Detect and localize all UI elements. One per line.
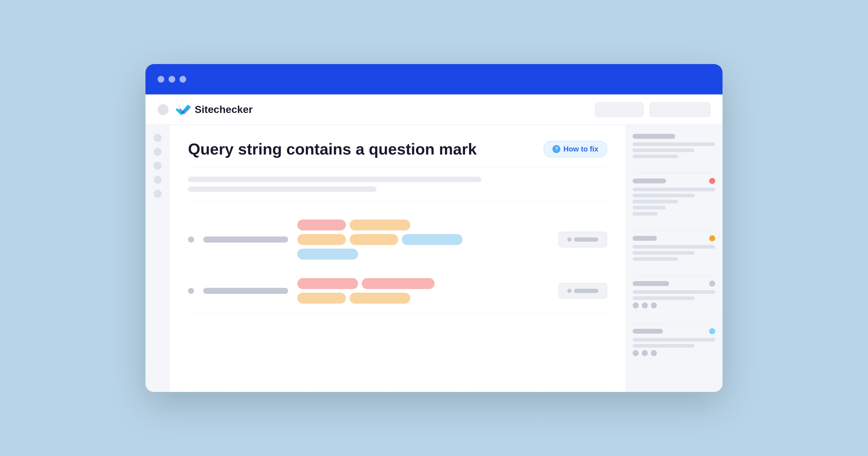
tag-orange-sm-1 [297, 234, 346, 245]
row-label-2 [203, 288, 288, 294]
rs-divider-4 [632, 323, 715, 323]
btn-line-2 [574, 289, 598, 293]
page-title: Query string contains a question mark [188, 140, 534, 158]
tag-orange-sm-2 [349, 234, 398, 245]
logo-area: Sitechecker [175, 103, 253, 116]
btn-line-1 [574, 237, 598, 242]
row-dot-1 [188, 236, 194, 242]
rs-sub-1a [632, 142, 715, 146]
how-to-fix-label: How to fix [563, 145, 598, 153]
rs-row-1 [632, 134, 715, 139]
rs-sub-2c [632, 200, 678, 203]
rs-label-5 [632, 329, 663, 334]
rs-sub-2b [632, 194, 694, 197]
right-sidebar [625, 125, 722, 392]
row-action-btn-1[interactable] [559, 232, 607, 248]
rs-dot-gray-5 [632, 350, 639, 356]
btn-dot-2 [567, 289, 571, 293]
window-dot-1 [158, 76, 164, 83]
nav-circle [158, 104, 168, 115]
rs-sub-4a [632, 290, 715, 294]
description-block [188, 177, 607, 192]
sidebar-dot-3 [154, 162, 162, 170]
rs-group-2 [632, 178, 715, 218]
row-action-btn-2[interactable] [559, 283, 607, 299]
row-tags-2 [297, 278, 550, 303]
rs-label-2 [632, 178, 666, 183]
rs-row-4 [632, 281, 715, 287]
desc-line-2 [188, 186, 377, 192]
sidebar-dot-5 [154, 190, 162, 198]
rs-sub-2a [632, 188, 715, 191]
tag-orange-md [349, 220, 410, 230]
chrome-button-2[interactable] [650, 102, 710, 117]
rs-label-4 [632, 281, 669, 286]
rs-dot-gray-7 [651, 350, 657, 356]
how-to-fix-icon: ? [553, 145, 560, 153]
title-bar [146, 64, 722, 94]
rs-divider-1 [632, 173, 715, 173]
center-content: Query string contains a question mark ? … [170, 125, 625, 392]
rs-row-3 [632, 235, 715, 241]
sidebar-dot-2 [154, 148, 162, 156]
window-dots [158, 76, 186, 83]
tag-pink-lg [362, 278, 435, 289]
rs-sub-2e [632, 212, 657, 216]
logo-text: Sitechecker [195, 103, 253, 116]
rs-row-2 [632, 178, 715, 184]
rs-sub-2d [632, 206, 666, 209]
rs-group-5 [632, 328, 715, 359]
rs-sub-5a [632, 338, 715, 341]
sidebar-dot-1 [154, 134, 162, 142]
rs-sub-3c [632, 257, 678, 261]
main-content: Query string contains a question mark ? … [146, 125, 722, 392]
btn-dot-1 [567, 237, 571, 242]
rs-dot-orange [709, 235, 715, 241]
browser-window: Sitechecker Query string contains a ques… [146, 64, 722, 392]
tag-blue-md-2 [297, 249, 358, 260]
chrome-button-1[interactable] [595, 102, 644, 117]
left-sidebar [146, 125, 170, 392]
table-section [188, 210, 607, 313]
tag-blue-md [402, 234, 463, 245]
rs-dot-gray-1 [709, 281, 715, 287]
rs-divider-3 [632, 275, 715, 276]
window-dot-3 [180, 76, 186, 83]
rs-dot-gray-4 [651, 302, 657, 308]
table-row-2 [188, 269, 607, 313]
tag-pink-sm [297, 220, 346, 230]
rs-dot-gray-3 [642, 302, 648, 308]
tag-orange-sm-3 [297, 293, 346, 303]
rs-group-1 [632, 134, 715, 161]
rs-sub-1b [632, 149, 694, 152]
logo-icon [175, 103, 190, 116]
table-row [188, 210, 607, 269]
rs-group-4 [632, 281, 715, 311]
divider-1 [188, 201, 607, 201]
rs-label-1 [632, 134, 675, 139]
row-dot-2 [188, 288, 194, 294]
rs-sub-3a [632, 245, 715, 249]
rs-sub-5b [632, 344, 694, 348]
rs-label-3 [632, 236, 657, 241]
page-header: Query string contains a question mark ? … [188, 140, 607, 168]
how-to-fix-button[interactable]: ? How to fix [544, 141, 607, 157]
sidebar-dot-4 [154, 176, 162, 184]
rs-sub-4b [632, 296, 694, 300]
rs-dot-gray-6 [642, 350, 648, 356]
rs-sub-3b [632, 251, 694, 255]
row-tags-1 [297, 220, 550, 260]
browser-chrome: Sitechecker [146, 94, 722, 125]
tag-pink-md [297, 278, 358, 289]
rs-sub-1c [632, 155, 678, 158]
tag-orange-md-2 [349, 293, 410, 303]
rs-group-3 [632, 235, 715, 263]
window-dot-2 [168, 76, 175, 83]
rs-dot-red [709, 178, 715, 184]
rs-divider-2 [632, 230, 715, 230]
rs-row-5 [632, 328, 715, 334]
desc-line-1 [188, 177, 482, 182]
rs-dot-blue [709, 328, 715, 334]
rs-dot-gray-2 [632, 302, 639, 308]
row-label-1 [203, 236, 288, 242]
